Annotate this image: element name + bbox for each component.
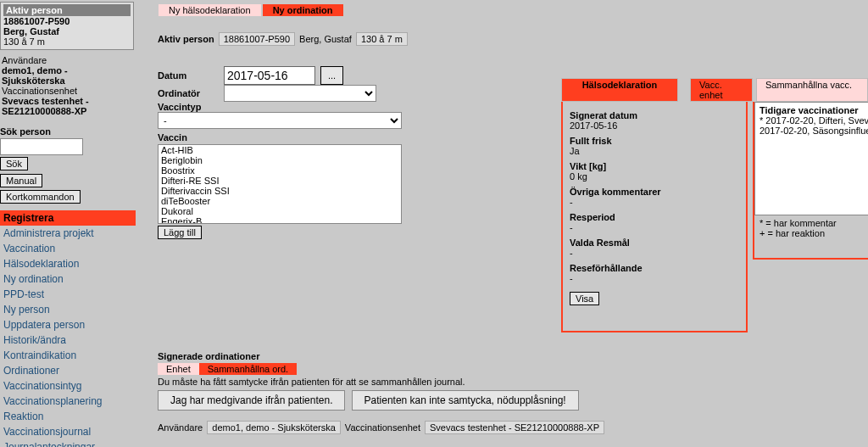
sok-person-input[interactable] xyxy=(0,138,83,155)
tidigare-vacc-panel: Tidigare vaccinationer * 2017-02-20, Dif… xyxy=(753,102,868,260)
tv-legend-kommentar: * = har kommentar xyxy=(760,218,837,228)
footer-vaccenhet-value: Svevacs testenhet - SE21210000888-XP xyxy=(425,421,604,434)
sidebar-nav: Registrera Administrera projekt Vaccinat… xyxy=(0,210,134,447)
footer-anvandare-value: demo1, demo - Sjuksköterska xyxy=(207,421,341,434)
nodupplasning-button[interactable]: Patienten kan inte samtycka, nödupplåsni… xyxy=(352,390,579,411)
footer-vaccenhet-label: Vaccinationsenhet xyxy=(345,422,420,433)
hd-ovrigt-value: - xyxy=(570,197,739,207)
vaccin-option[interactable]: Difterivaccin SSI xyxy=(159,186,401,196)
sok-person-label: Sök person xyxy=(0,126,134,137)
nav-kontraindikation[interactable]: Kontraindikation xyxy=(0,348,136,363)
sig-tab-enhet[interactable]: Enhet xyxy=(158,363,199,375)
signerade-ordinationer-label: Signerade ordinationer xyxy=(158,351,868,361)
hd-visa-button[interactable]: Visa xyxy=(570,292,599,305)
aktiv-person-box: Aktiv person 18861007-P590 Berg, Gustaf … xyxy=(0,2,134,50)
nav-ordinationer[interactable]: Ordinationer xyxy=(0,363,136,378)
aktiv-person-header: Aktiv person xyxy=(3,4,131,16)
nav-halsodeklaration[interactable]: Hälsodeklaration xyxy=(0,256,136,271)
vaccin-option[interactable]: Boostrix xyxy=(159,165,401,176)
halsodeklaration-panel: Signerat datum 2017-05-16 Fullt frisk Ja… xyxy=(561,102,748,332)
tv-row: * 2017-02-20, Difteri, Svevacs testenhet xyxy=(760,115,868,126)
hd-valda-value: - xyxy=(570,248,739,258)
datum-label: Datum xyxy=(158,70,219,81)
nav-administrera-projekt[interactable]: Administrera projekt xyxy=(0,226,136,241)
ordinator-select[interactable] xyxy=(224,85,376,102)
main-area: Ny hälsodeklaration Ny ordination Aktiv … xyxy=(137,0,868,447)
vaccin-option[interactable]: Beriglobin xyxy=(159,155,401,165)
hd-frisk-value: Ja xyxy=(570,146,739,156)
nav-vaccination[interactable]: Vaccination xyxy=(0,241,136,256)
sok-button[interactable]: Sök xyxy=(0,157,28,170)
vaccin-option[interactable]: Act-HIB xyxy=(159,145,401,155)
nav-ny-ordination[interactable]: Ny ordination xyxy=(0,271,136,287)
vaccintyp-label: Vaccintyp xyxy=(158,102,201,112)
hd-reseforh-label: Reseförhållande xyxy=(570,263,739,273)
tab-vacc-enhet[interactable]: Vacc. enhet xyxy=(690,78,753,102)
aktiv-line-age: 130 å 7 m xyxy=(356,32,408,46)
ordinator-label: Ordinatör xyxy=(158,88,219,98)
lagg-till-button[interactable]: Lägg till xyxy=(158,226,202,239)
footer-anvandare-label: Användare xyxy=(158,422,203,433)
datum-picker-button[interactable]: ... xyxy=(320,66,343,85)
nav-vaccinationsplanering[interactable]: Vaccinationsplanering xyxy=(0,394,136,409)
vaccin-listbox[interactable]: Act-HIB Beriglobin Boostrix Difteri-RE S… xyxy=(158,144,402,224)
vaccin-option[interactable]: diTeBooster xyxy=(159,196,401,206)
hd-signerat-datum-label: Signerat datum xyxy=(570,110,739,120)
vaccenhet-label: Vaccinationsenhet xyxy=(2,86,132,96)
hd-vikt-value: 0 kg xyxy=(570,171,739,182)
nav-uppdatera-person[interactable]: Uppdatera person xyxy=(0,317,136,332)
datum-input[interactable] xyxy=(224,66,315,85)
aktiv-person-age: 130 å 7 m xyxy=(3,36,45,47)
vaccin-label: Vaccin xyxy=(158,132,187,142)
hd-resperiod-label: Resperiod xyxy=(570,212,739,222)
nav-vaccinationsjournal[interactable]: Vaccinationsjournal xyxy=(0,424,136,439)
nav-vaccinationsintyg[interactable]: Vaccinationsintyg xyxy=(0,378,136,394)
nav-registrera[interactable]: Registrera xyxy=(0,210,136,226)
user-block: Användare demo1, demo - Sjuksköterska Va… xyxy=(0,55,134,121)
tab-ny-ordination[interactable]: Ny ordination xyxy=(262,3,344,17)
tab-sammanhallna-vacc[interactable]: Sammanhållna vacc. xyxy=(756,78,868,102)
aktiv-person-id: 18861007-P590 xyxy=(3,16,131,26)
vaccenhet-value: Svevacs testenhet - SE21210000888-XP xyxy=(2,96,132,116)
aktiv-line: Aktiv person 18861007-P590 Berg, Gustaf … xyxy=(158,32,861,46)
hd-ovrigt-label: Övriga kommentarer xyxy=(570,187,739,197)
vaccintyp-select[interactable]: - xyxy=(158,112,402,129)
medgivande-button[interactable]: Jag har medgivande ifrån patienten. xyxy=(158,390,345,411)
hd-valda-label: Valda Resmål xyxy=(570,237,739,248)
hd-reseforh-value: - xyxy=(570,273,739,283)
tv-row: 2017-02-20, Säsongsinfluensa, Svevacs te… xyxy=(760,126,868,136)
nav-historik-andra[interactable]: Historik/ändra xyxy=(0,332,136,348)
tidigare-vacc-list: Tidigare vaccinationer * 2017-02-20, Dif… xyxy=(754,102,868,215)
tab-ny-halsodeklaration[interactable]: Ny hälsodeklaration xyxy=(158,3,262,17)
aktiv-line-id: 18861007-P590 xyxy=(219,32,295,46)
tab-halsodeklaration[interactable]: Hälsodeklaration xyxy=(561,78,678,102)
sidebar: Aktiv person 18861007-P590 Berg, Gustaf … xyxy=(0,0,137,447)
aktiv-person-name: Berg, Gustaf xyxy=(3,26,131,36)
tv-header: Tidigare vaccinationer xyxy=(760,105,868,115)
hd-signerat-datum-value: 2017-05-16 xyxy=(570,120,739,131)
sig-tab-sammanhallna[interactable]: Sammanhållna ord. xyxy=(199,363,297,375)
vaccin-option[interactable]: Dukoral xyxy=(159,206,401,216)
hd-frisk-label: Fullt frisk xyxy=(570,136,739,146)
aktiv-line-name: Berg, Gustaf xyxy=(299,34,352,44)
samtycke-message: Du måste ha fått samtycke ifrån patiente… xyxy=(158,377,868,387)
vaccin-option[interactable]: Difteri-RE SSI xyxy=(159,176,401,186)
hd-vikt-label: Vikt [kg] xyxy=(570,161,739,171)
tv-legend-reaktion: + = har reaktion xyxy=(760,228,837,238)
nav-reaktion[interactable]: Reaktion xyxy=(0,409,136,424)
manual-button[interactable]: Manual xyxy=(0,174,42,187)
hd-resperiod-value: - xyxy=(570,222,739,232)
kortkommandon-button[interactable]: Kortkommandon xyxy=(0,190,81,204)
nav-journalanteckningar[interactable]: Journalanteckningar xyxy=(0,439,136,447)
anvandare-label: Användare xyxy=(2,55,132,65)
bottom-area: Signerade ordinationer Enhet Sammanhålln… xyxy=(158,351,868,434)
anvandare-value: demo1, demo - Sjuksköterska xyxy=(2,65,132,86)
nav-ny-person[interactable]: Ny person xyxy=(0,302,136,317)
vaccin-option[interactable]: Engerix-B xyxy=(159,216,401,224)
nav-ppd-test[interactable]: PPD-test xyxy=(0,287,136,302)
aktiv-line-label: Aktiv person xyxy=(158,34,214,44)
